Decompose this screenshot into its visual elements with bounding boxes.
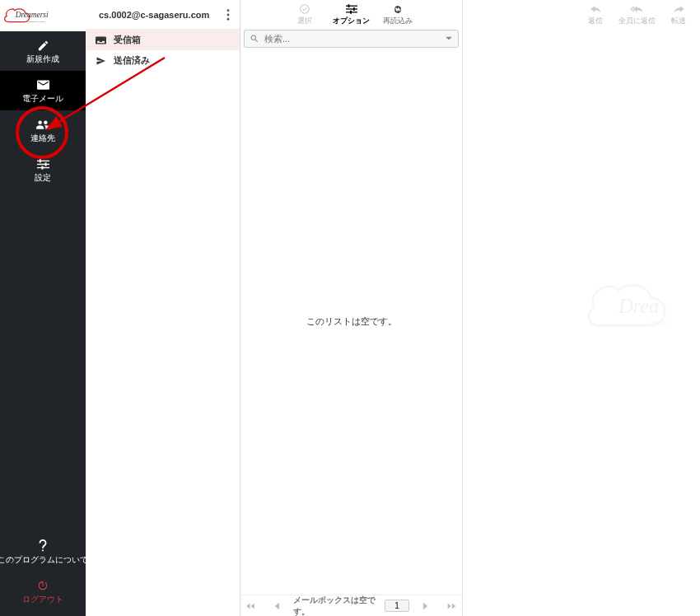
svg-rect-9 (41, 166, 43, 169)
pager-page-input[interactable] (385, 600, 409, 612)
list-footer: メールボックスは空です。 (240, 595, 462, 616)
settings-icon (35, 157, 50, 170)
reply-all-icon (630, 3, 644, 15)
svg-rect-7 (39, 159, 40, 162)
sidebar-spacer (0, 189, 86, 532)
toolbar-reply-all[interactable]: 全員に返信 (618, 3, 656, 26)
search-dropdown[interactable] (445, 36, 453, 41)
sidebar-item-label: 新規作成 (26, 54, 59, 65)
account-menu-button[interactable] (223, 6, 233, 24)
sidebar-item-label: 連絡先 (30, 133, 55, 144)
pager-last[interactable] (442, 600, 462, 612)
svg-point-12 (227, 17, 230, 20)
svg-rect-19 (350, 11, 352, 14)
toolbar-options[interactable]: オプション (333, 3, 370, 26)
svg-point-3 (44, 121, 48, 125)
svg-text:Powered by PSPinc: Powered by PSPinc (27, 21, 46, 23)
sidebar-item-label: 電子メール (22, 93, 63, 105)
svg-point-10 (227, 9, 230, 12)
sidebar-bottom: このプログラムについて ログアウト (0, 532, 86, 616)
sidebar: Dreamersi Powered by PSPinc 新規作成 電子メール 連… (0, 0, 86, 616)
toolbar-label: オプション (333, 16, 370, 26)
sent-icon (94, 56, 107, 66)
options-icon (346, 3, 357, 15)
svg-rect-15 (346, 8, 357, 9)
contacts-icon (35, 118, 50, 131)
svg-point-11 (227, 13, 230, 16)
folder-inbox[interactable]: 受信箱 (86, 30, 240, 50)
toolbar-label: 選択 (297, 16, 312, 26)
svg-rect-8 (44, 162, 46, 166)
svg-text:Drea: Drea (618, 295, 659, 317)
mail-icon (35, 78, 50, 91)
svg-text:Dreamersi: Dreamersi (15, 12, 49, 20)
svg-point-2 (38, 121, 42, 125)
search-input[interactable] (263, 33, 445, 44)
help-icon (35, 539, 50, 553)
sidebar-item-settings[interactable]: 設定 (0, 150, 86, 189)
folder-label: 送信済み (114, 54, 150, 67)
account-email: cs.0002@c-sagaseru.com (99, 10, 209, 20)
list-toolbar: 選択 オプション 再読込み (240, 0, 462, 30)
sidebar-item-label: ログアウト (22, 594, 63, 605)
preview-pane: 返信 全員に返信 転送 Drea Power (463, 0, 700, 616)
power-icon (35, 579, 50, 592)
toolbar-select[interactable]: 選択 (290, 3, 320, 26)
sidebar-item-compose[interactable]: 新規作成 (0, 31, 86, 71)
compose-icon (35, 39, 50, 52)
nav-items: 新規作成 電子メール 連絡先 設定 (0, 31, 86, 189)
folder-label: 受信箱 (114, 34, 141, 46)
svg-text:Power: Power (650, 319, 670, 327)
pager-next[interactable] (418, 600, 434, 612)
svg-rect-4 (37, 160, 49, 161)
svg-rect-18 (352, 7, 354, 11)
sidebar-item-help[interactable]: このプログラムについて (0, 532, 86, 572)
svg-rect-17 (348, 4, 349, 7)
toolbar-reload[interactable]: 再読込み (383, 3, 413, 26)
empty-list-message: このリストは空です。 (306, 315, 397, 328)
watermark-logo: Drea Power (588, 271, 700, 345)
account-row: cs.0002@c-sagaseru.com (86, 0, 240, 30)
search-icon (250, 34, 259, 44)
reply-icon (590, 3, 602, 15)
toolbar-reply[interactable]: 返信 (581, 3, 610, 26)
folder-sent[interactable]: 送信済み (86, 50, 240, 71)
forward-icon (673, 3, 685, 15)
svg-point-13 (301, 5, 310, 14)
sidebar-item-label: 設定 (35, 172, 51, 184)
svg-rect-14 (346, 6, 357, 7)
toolbar-label: 転送 (671, 16, 686, 26)
sidebar-item-contacts[interactable]: 連絡先 (0, 110, 86, 150)
toolbar-forward[interactable]: 転送 (664, 3, 693, 26)
pager-status: メールボックスは空です。 (293, 595, 376, 617)
sidebar-item-mail[interactable]: 電子メール (0, 71, 86, 110)
sidebar-item-label: このプログラムについて (0, 554, 88, 566)
toolbar-label: 再読込み (383, 16, 413, 26)
message-list-pane: 選択 オプション 再読込み このリストは空です。 (240, 0, 463, 616)
pager-prev[interactable] (268, 600, 285, 612)
message-list-body: このリストは空です。 (240, 48, 462, 595)
pager-first[interactable] (240, 600, 260, 612)
inbox-icon (94, 36, 107, 44)
toolbar-label: 返信 (588, 16, 603, 26)
toolbar-label: 全員に返信 (618, 16, 656, 26)
folder-column: cs.0002@c-sagaseru.com 受信箱 送信済み (86, 0, 240, 616)
brand-logo: Dreamersi Powered by PSPinc (0, 0, 86, 31)
reload-icon (392, 3, 404, 15)
svg-rect-5 (37, 163, 49, 164)
search-bar (244, 30, 459, 48)
select-icon (299, 3, 310, 15)
sidebar-item-logout[interactable]: ログアウト (0, 572, 86, 611)
preview-toolbar: 返信 全員に返信 転送 (463, 0, 700, 30)
